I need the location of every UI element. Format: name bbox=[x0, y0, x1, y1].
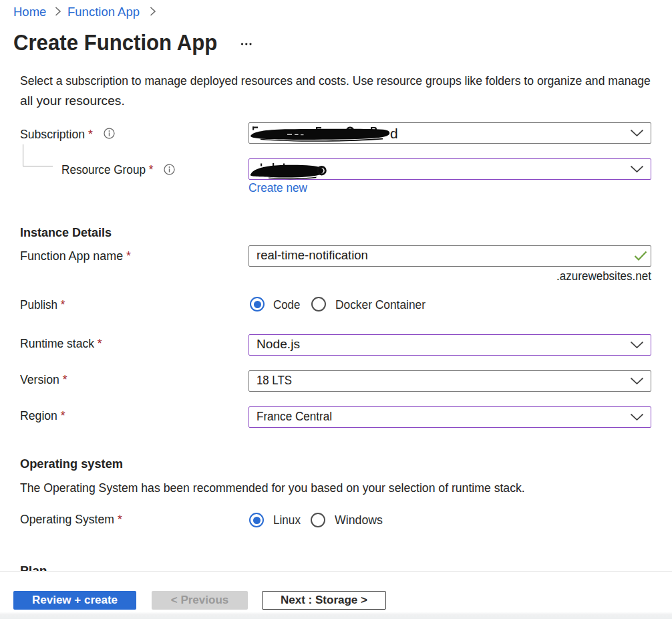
svg-text:d: d bbox=[390, 126, 398, 141]
